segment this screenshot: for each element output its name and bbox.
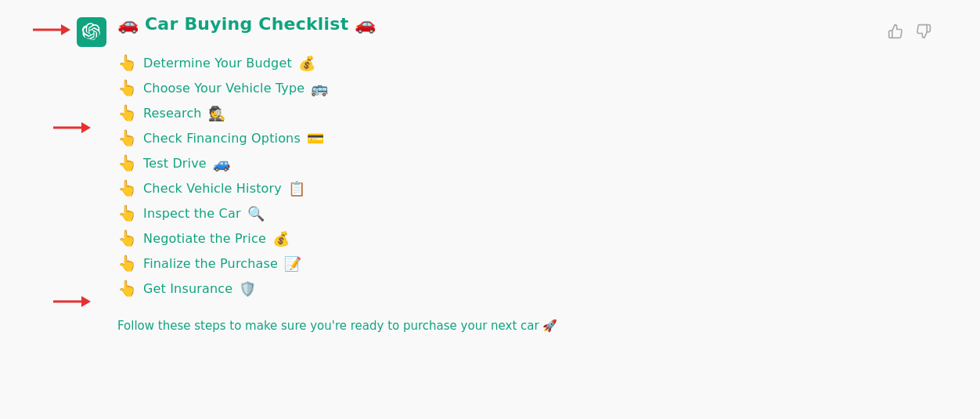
item-text-8: Negotiate the Price: [143, 231, 266, 246]
item-text-10: Get Insurance: [143, 281, 232, 296]
item-text-9: Finalize the Purchase: [143, 256, 278, 271]
list-item: 👆 Check Vehicle History 📋: [117, 176, 917, 200]
list-item: 👆 Check Financing Options 💳: [117, 126, 917, 150]
thumbs-up-button[interactable]: [886, 22, 905, 45]
item-emoji-4: 💳: [307, 130, 324, 146]
item-emoji-7: 🔍: [247, 205, 265, 222]
title-row: 🚗 Car Buying Checklist 🚗: [117, 14, 917, 34]
arrow-1: [33, 22, 70, 42]
check-icon-1: 👆: [117, 53, 137, 72]
arrow-2: [53, 120, 91, 139]
item-text-4: Check Financing Options: [143, 131, 301, 146]
list-item: 👆 Choose Your Vehicle Type 🚌: [117, 76, 917, 99]
check-icon-7: 👆: [117, 204, 137, 222]
content-area: 🚗 Car Buying Checklist 🚗 👆 Determine You…: [117, 14, 980, 419]
checklist: 👆 Determine Your Budget 💰 👆 Choose Your …: [117, 51, 917, 300]
chatgpt-icon: [77, 17, 106, 47]
item-emoji-3: 🕵️: [208, 105, 225, 121]
list-item: 👆 Test Drive 🚙: [117, 151, 917, 175]
check-icon-5: 👆: [117, 154, 137, 172]
item-emoji-2: 🚌: [311, 80, 328, 96]
list-item: 👆 Determine Your Budget 💰: [117, 51, 917, 74]
svg-marker-5: [81, 296, 91, 307]
list-item: 👆 Finalize the Purchase 📝: [117, 251, 917, 275]
item-emoji-1: 💰: [298, 55, 315, 71]
footer-text: Follow these steps to make sure you're r…: [117, 319, 917, 333]
item-text-1: Determine Your Budget: [143, 56, 292, 70]
item-emoji-10: 🛡️: [239, 280, 256, 297]
list-item: 👆 Research 🕵️: [117, 101, 917, 125]
item-text-3: Research: [143, 106, 202, 121]
check-icon-6: 👆: [117, 179, 137, 197]
title-car-emoji-left: 🚗: [117, 14, 139, 34]
thumbs-down-button[interactable]: [914, 22, 933, 45]
svg-marker-3: [81, 122, 91, 133]
svg-marker-1: [61, 24, 70, 35]
check-icon-10: 👆: [117, 279, 137, 298]
item-emoji-8: 💰: [272, 230, 290, 247]
title-car-emoji-right: 🚗: [355, 14, 376, 34]
page-title: Car Buying Checklist: [145, 14, 348, 34]
check-icon-9: 👆: [117, 254, 137, 273]
arrow-3: [53, 294, 91, 313]
item-emoji-9: 📝: [284, 255, 301, 272]
item-text-7: Inspect the Car: [143, 206, 241, 221]
feedback-buttons: [886, 22, 933, 45]
check-icon-2: 👆: [117, 78, 137, 97]
list-item: 👆 Get Insurance 🛡️: [117, 276, 917, 300]
check-icon-8: 👆: [117, 229, 137, 247]
list-item: 👆 Inspect the Car 🔍: [117, 201, 917, 225]
item-text-5: Test Drive: [143, 156, 207, 171]
item-emoji-6: 📋: [288, 180, 305, 197]
check-icon-3: 👆: [117, 103, 137, 122]
item-text-2: Choose Your Vehicle Type: [143, 81, 304, 96]
page-container: 🚗 Car Buying Checklist 🚗 👆 Determine You…: [0, 0, 980, 419]
check-icon-4: 👆: [117, 128, 137, 147]
item-emoji-5: 🚙: [213, 155, 230, 172]
list-item: 👆 Negotiate the Price 💰: [117, 226, 917, 250]
item-text-6: Check Vehicle History: [143, 181, 282, 196]
